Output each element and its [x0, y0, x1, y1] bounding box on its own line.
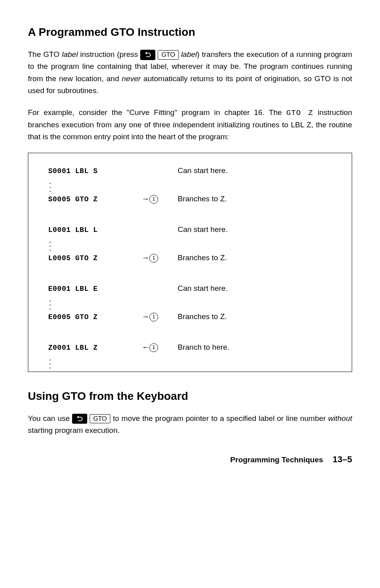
- gto-key-icon: GTO: [90, 414, 110, 423]
- gto-key-icon: GTO: [158, 50, 178, 59]
- shift-key-icon: ⮌: [140, 50, 155, 60]
- code-text: E0001 LBL E: [48, 284, 142, 294]
- arrow-right-icon: →: [142, 312, 149, 321]
- circled-number-icon: 1: [149, 343, 158, 352]
- vertical-dots-icon: ...: [48, 238, 336, 250]
- vertical-dots-icon: ...: [48, 356, 336, 368]
- arrow-cell: →1: [142, 193, 178, 205]
- arrow-left-icon: ←: [142, 343, 149, 351]
- code-desc: Branch to here.: [178, 342, 229, 353]
- code-line: E0005 GTO Z →1 Branches to Z.: [48, 311, 336, 323]
- code-text: Z0001 LBL Z: [48, 343, 142, 353]
- code-text: L0005 GTO Z: [48, 253, 142, 264]
- code-line: S0001 LBL S Can start here.: [48, 165, 336, 177]
- text: instruction (press: [78, 50, 140, 58]
- section-heading-gto-keyboard: Using GTO from the Keyboard: [28, 388, 352, 405]
- arrow-right-icon: →: [142, 253, 149, 262]
- never-italic: never: [122, 74, 141, 83]
- code-desc: Can start here.: [178, 283, 228, 294]
- code-desc: Branches to Z.: [178, 311, 227, 323]
- code-text: S0005 GTO Z: [48, 194, 142, 205]
- circled-number-icon: 1: [149, 313, 158, 321]
- vertical-dots-icon: ...: [48, 297, 336, 309]
- text: For example, consider the "Curve Fitting…: [28, 108, 286, 117]
- shift-key-icon: ⮌: [72, 414, 87, 424]
- vertical-dots-icon: ...: [48, 179, 336, 191]
- code-desc: Branches to Z.: [178, 193, 227, 205]
- code-text: S0001 LBL S: [48, 166, 142, 177]
- arrow-cell: →1: [142, 252, 178, 264]
- footer-title: Programming Techniques: [230, 454, 323, 466]
- text: The GTO: [28, 50, 62, 58]
- section-heading-gto-instruction: A Programmed GTO Instruction: [28, 24, 352, 41]
- arrow-right-icon: →: [142, 195, 149, 203]
- text: starting program execution.: [28, 426, 119, 434]
- arrow-cell: ←1: [142, 342, 178, 353]
- code-desc: Can start here.: [178, 165, 228, 177]
- code-line: L0001 LBL L Can start here.: [48, 224, 336, 236]
- code-line: S0005 GTO Z →1 Branches to Z.: [48, 193, 336, 205]
- code-line: E0001 LBL E Can start here.: [48, 283, 336, 294]
- page-footer: Programming Techniques 13–5: [28, 453, 352, 466]
- code-text: L0001 LBL L: [48, 225, 142, 236]
- circled-number-icon: 1: [149, 254, 158, 263]
- text: to move the program pointer to a specifi…: [113, 414, 328, 423]
- code-desc: Branches to Z.: [178, 252, 227, 264]
- paragraph-gto-keyboard: You can use ⮌ GTO to move the program po…: [28, 413, 352, 437]
- code-desc: Can start here.: [178, 224, 228, 236]
- code-text: E0005 GTO Z: [48, 312, 142, 323]
- code-line: Z0001 LBL Z ←1 Branch to here.: [48, 342, 336, 353]
- paragraph-gto-intro: The GTO label instruction (press ⮌ GTO l…: [28, 49, 352, 97]
- calc-text-gtoz: GTO Z: [286, 109, 313, 117]
- example-box: S0001 LBL S Can start here. ... S0005 GT…: [28, 153, 352, 372]
- label-italic: label: [181, 50, 197, 58]
- label-italic: label: [62, 50, 78, 58]
- footer-page-number: 13–5: [333, 453, 352, 466]
- code-line: L0005 GTO Z →1 Branches to Z.: [48, 252, 336, 264]
- paragraph-gto-example-intro: For example, consider the "Curve Fitting…: [28, 107, 352, 143]
- text: You can use: [28, 414, 72, 423]
- arrow-cell: →1: [142, 311, 178, 323]
- circled-number-icon: 1: [149, 195, 158, 204]
- without-italic: without: [328, 414, 352, 423]
